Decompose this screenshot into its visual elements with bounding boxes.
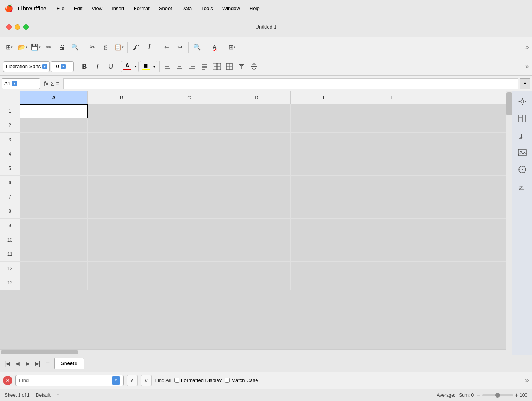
cell-D12[interactable] — [223, 262, 291, 276]
menu-data[interactable]: Data — [177, 5, 196, 12]
cell-C6[interactable] — [155, 176, 223, 190]
align-right-button[interactable] — [186, 61, 198, 72]
cell-B1[interactable] — [88, 104, 155, 118]
cell-B12[interactable] — [88, 262, 155, 276]
col-header-F[interactable]: F — [358, 91, 426, 104]
apple-menu[interactable]: 🍎 — [5, 4, 13, 13]
close-button[interactable] — [6, 24, 12, 30]
formula-dropdown-button[interactable]: ▾ — [520, 78, 530, 89]
cell-C2[interactable] — [155, 118, 223, 132]
cell-E11[interactable] — [291, 247, 358, 261]
cell-B10[interactable] — [88, 233, 155, 247]
row-number-13[interactable]: 13 — [0, 276, 20, 290]
cell-C4[interactable] — [155, 147, 223, 161]
cell-A8[interactable] — [20, 204, 88, 218]
cell-D11[interactable] — [223, 247, 291, 261]
cell-B5[interactable] — [88, 161, 155, 175]
cell-E8[interactable] — [291, 204, 358, 218]
cell-D9[interactable] — [223, 219, 291, 233]
find-dropdown-button[interactable]: ▾ — [112, 376, 120, 385]
cell-D8[interactable] — [223, 204, 291, 218]
v-scrollbar-thumb[interactable] — [506, 92, 512, 115]
sheet-prev-tab-button[interactable]: ◀ — [13, 359, 22, 368]
cell-A6[interactable] — [20, 176, 88, 190]
cell-A10[interactable] — [20, 233, 88, 247]
cell-C10[interactable] — [155, 233, 223, 247]
cell-D6[interactable] — [223, 176, 291, 190]
vertical-align-top-button[interactable] — [236, 61, 247, 72]
cell-F2[interactable] — [358, 118, 426, 132]
cell-B2[interactable] — [88, 118, 155, 132]
cell-B3[interactable] — [88, 133, 155, 147]
cell-E9[interactable] — [291, 219, 358, 233]
row-number-10[interactable]: 10 — [0, 233, 20, 247]
cell-E13[interactable] — [291, 276, 358, 290]
formatted-display-checkbox[interactable] — [174, 378, 179, 383]
cell-D7[interactable] — [223, 190, 291, 204]
sheet-last-tab-button[interactable]: ▶| — [33, 359, 42, 368]
cut-button[interactable]: ✂ — [86, 41, 99, 53]
underline-button[interactable]: U — [104, 60, 117, 73]
cell-D13[interactable] — [223, 276, 291, 290]
find-all-button[interactable]: Find All — [155, 377, 171, 383]
cell-C8[interactable] — [155, 204, 223, 218]
row-number-6[interactable]: 6 — [0, 176, 20, 190]
sheet-tab-sheet1[interactable]: Sheet1 — [54, 358, 84, 369]
new-spreadsheet-button[interactable]: ⊞ ▾ — [3, 41, 15, 53]
cell-B6[interactable] — [88, 176, 155, 190]
row-number-3[interactable]: 3 — [0, 133, 20, 147]
cell-D3[interactable] — [223, 133, 291, 147]
font-name-selector[interactable]: Liberation Sans ▾ — [3, 61, 50, 72]
menu-format[interactable]: Format — [130, 5, 153, 12]
cell-C13[interactable] — [155, 276, 223, 290]
row-number-12[interactable]: 12 — [0, 262, 20, 276]
row-number-2[interactable]: 2 — [0, 118, 20, 132]
copy-button[interactable]: ⎘ — [99, 41, 112, 53]
zoom-plus-button[interactable]: + — [515, 392, 518, 399]
cell-F6[interactable] — [358, 176, 426, 190]
format-paintbrush-button[interactable]: 🖌 — [130, 41, 142, 53]
borders-button[interactable] — [223, 61, 235, 72]
cell-F9[interactable] — [358, 219, 426, 233]
save-file-button[interactable]: 💾 ▾ — [29, 41, 42, 53]
cell-E1[interactable] — [291, 104, 358, 118]
cell-E7[interactable] — [291, 190, 358, 204]
horizontal-scrollbar[interactable] — [0, 349, 506, 355]
cell-B11[interactable] — [88, 247, 155, 261]
cell-F13[interactable] — [358, 276, 426, 290]
row-number-9[interactable]: 9 — [0, 219, 20, 233]
find-expand-button[interactable]: » — [525, 376, 529, 384]
row-number-5[interactable]: 5 — [0, 161, 20, 175]
table-button[interactable]: ⊞ ▾ — [226, 41, 238, 53]
cell-B13[interactable] — [88, 276, 155, 290]
cell-A9[interactable] — [20, 219, 88, 233]
menu-help[interactable]: Help — [246, 5, 264, 12]
col-header-D[interactable]: D — [223, 91, 291, 104]
cell-B7[interactable] — [88, 190, 155, 204]
cell-F5[interactable] — [358, 161, 426, 175]
cell-C5[interactable] — [155, 161, 223, 175]
cell-A2[interactable] — [20, 118, 88, 132]
menu-view[interactable]: View — [88, 5, 106, 12]
bold-button[interactable]: B — [78, 60, 90, 73]
maximize-button[interactable] — [23, 24, 29, 30]
formula-input[interactable] — [63, 78, 518, 89]
redo-button[interactable]: ↪ — [174, 41, 186, 53]
row-number-8[interactable]: 8 — [0, 204, 20, 218]
cell-B9[interactable] — [88, 219, 155, 233]
font-name-dropdown-arrow[interactable]: ▾ — [42, 64, 47, 69]
cell-C11[interactable] — [155, 247, 223, 261]
sheet-first-tab-button[interactable]: |◀ — [3, 359, 12, 368]
sum-icon[interactable]: Σ — [51, 81, 54, 87]
merge-cells-button[interactable] — [211, 61, 223, 72]
cell-E3[interactable] — [291, 133, 358, 147]
zoom-slider-thumb[interactable] — [495, 393, 500, 398]
toolbar2-expand[interactable]: » — [525, 63, 529, 70]
font-color-dropdown[interactable]: ▾ — [133, 61, 138, 72]
cell-A7[interactable] — [20, 190, 88, 204]
cell-D5[interactable] — [223, 161, 291, 175]
h-scrollbar-thumb[interactable] — [1, 350, 78, 354]
row-number-11[interactable]: 11 — [0, 247, 20, 261]
vertical-scrollbar[interactable] — [506, 91, 512, 355]
cell-F8[interactable] — [358, 204, 426, 218]
